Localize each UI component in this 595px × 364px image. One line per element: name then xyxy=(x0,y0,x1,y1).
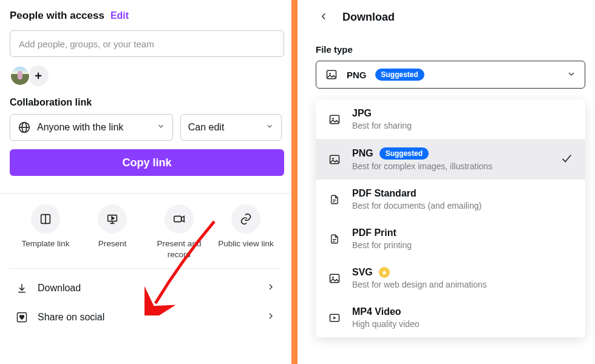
suggested-badge: Suggested xyxy=(379,147,429,160)
download-label: Download xyxy=(38,283,81,294)
share-option-template-link[interactable]: Template link xyxy=(12,204,79,260)
svg-rect-24 xyxy=(330,274,339,282)
filetype-selected: PNG xyxy=(347,70,367,80)
link-scope-label: Anyone with the link xyxy=(37,122,123,133)
video-icon xyxy=(328,312,341,324)
share-option-public-link[interactable]: Public view link xyxy=(212,204,279,260)
filetype-label: File type xyxy=(316,44,585,55)
filetype-select[interactable]: PNG Suggested xyxy=(316,61,585,89)
document-icon xyxy=(328,194,341,206)
back-button[interactable] xyxy=(316,8,332,26)
share-option-present-record[interactable]: Present and record xyxy=(146,204,212,260)
globe-icon xyxy=(18,121,31,134)
avatar[interactable] xyxy=(10,66,30,86)
image-icon xyxy=(325,69,338,81)
chevron-right-icon xyxy=(266,282,276,294)
share-on-social-row[interactable]: Share on social xyxy=(10,303,282,332)
share-social-label: Share on social xyxy=(38,312,104,323)
svg-point-15 xyxy=(329,73,331,75)
copy-link-button[interactable]: Copy link xyxy=(10,149,284,176)
image-icon xyxy=(328,153,341,166)
premium-icon: ★ xyxy=(379,267,390,278)
record-icon xyxy=(165,204,194,234)
share-panel: People with access Edit + Collaboration … xyxy=(0,0,291,364)
filetype-option-pdf-print[interactable]: PDF Print Best for printing xyxy=(316,219,585,258)
svg-marker-8 xyxy=(112,217,114,220)
chevron-right-icon xyxy=(266,311,276,323)
svg-point-25 xyxy=(332,277,334,278)
chevron-down-icon xyxy=(265,122,274,133)
svg-rect-14 xyxy=(327,70,336,78)
image-icon xyxy=(328,113,341,126)
download-title: Download xyxy=(342,11,395,24)
access-title: People with access xyxy=(10,10,104,22)
filetype-option-jpg[interactable]: JPG Best for sharing xyxy=(316,99,585,139)
filetype-option-mp4[interactable]: MP4 Video High quality video xyxy=(316,298,585,337)
chevron-down-icon xyxy=(157,122,165,133)
collab-label: Collaboration link xyxy=(10,97,282,108)
svg-rect-9 xyxy=(174,216,182,221)
svg-rect-18 xyxy=(330,155,339,163)
image-icon xyxy=(328,272,341,285)
filetype-option-svg[interactable]: SVG ★ Best for web design and animations xyxy=(316,258,585,298)
link-scope-select[interactable]: Anyone with the link xyxy=(10,114,173,141)
heart-icon xyxy=(16,311,28,323)
link-permission-label: Can edit xyxy=(188,122,225,133)
chevron-down-icon xyxy=(566,69,576,81)
svg-point-19 xyxy=(332,158,334,160)
suggested-badge: Suggested xyxy=(375,69,424,81)
download-row[interactable]: Download xyxy=(10,274,282,303)
filetype-dropdown: JPG Best for sharing PNG Suggested Best … xyxy=(316,99,585,337)
check-icon xyxy=(560,152,573,167)
filetype-option-pdf-standard[interactable]: PDF Standard Best for documents (and ema… xyxy=(316,180,585,219)
add-people-input[interactable] xyxy=(10,30,284,57)
present-icon xyxy=(98,204,127,234)
download-icon xyxy=(16,282,28,294)
link-icon xyxy=(231,204,260,234)
link-permission-select[interactable]: Can edit xyxy=(180,114,282,141)
svg-point-17 xyxy=(332,118,334,120)
filetype-option-png[interactable]: PNG Suggested Best for complex images, i… xyxy=(316,139,585,180)
svg-rect-16 xyxy=(330,115,339,123)
pane-divider xyxy=(291,0,298,364)
add-person-button[interactable]: + xyxy=(28,66,49,86)
share-option-present[interactable]: Present xyxy=(79,204,146,260)
edit-access-link[interactable]: Edit xyxy=(110,10,129,21)
document-icon xyxy=(328,233,341,245)
download-panel: Download File type PNG Suggested JPG Bes… xyxy=(298,0,595,364)
template-icon xyxy=(31,204,60,234)
svg-marker-27 xyxy=(333,316,336,319)
